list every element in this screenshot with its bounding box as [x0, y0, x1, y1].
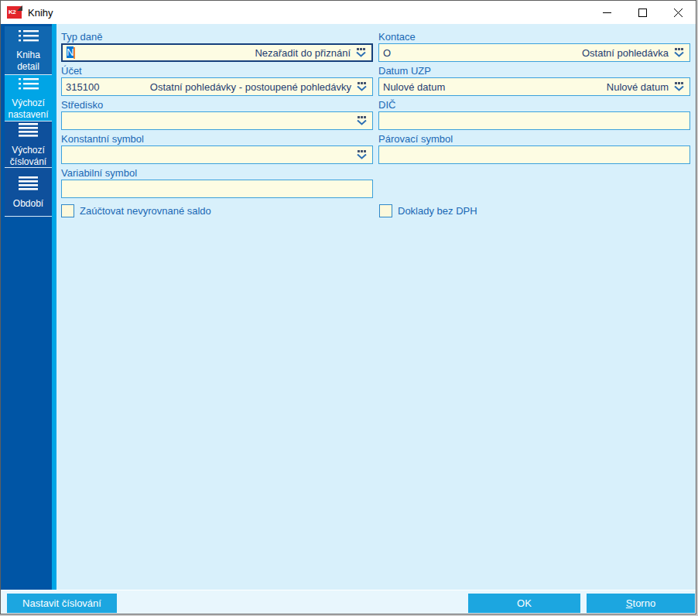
stredisko-field[interactable] [61, 111, 373, 130]
dropdown-icon[interactable] [355, 150, 368, 160]
k2-logo-icon: K2 [7, 6, 22, 19]
dropdown-icon[interactable] [672, 82, 686, 92]
close-button[interactable] [660, 1, 696, 24]
kontace-descriptor: Ostatní pohledávka [582, 47, 669, 59]
knihy-window: K2 Knihy [0, 0, 696, 614]
dic-field[interactable] [378, 111, 690, 130]
zauctovat-saldo-checkbox[interactable] [61, 204, 74, 217]
minimize-icon [603, 9, 611, 17]
nastavit-cislovani-button[interactable]: Nastavit číslování [7, 594, 117, 613]
datum-uzp-descriptor: Nulové datum [607, 81, 669, 93]
sidebar-item-vychozi-cislovani[interactable]: Výchozí číslování [5, 121, 52, 168]
dropdown-icon[interactable] [355, 116, 368, 126]
datum-uzp-field[interactable]: Nulové datum Nulové datum [378, 77, 690, 96]
typ-dane-descriptor: Nezařadit do přiznání [255, 47, 351, 59]
ucet-field[interactable]: 315100 Ostatní pohledávky - postoupené p… [61, 77, 373, 96]
sidebar-item-kniha-detail[interactable]: Kniha detail [5, 26, 52, 75]
typ-dane-label: Typ daně [61, 31, 103, 43]
ucet-descriptor: Ostatní pohledávky - postoupené pohledáv… [150, 81, 351, 93]
list-detail-icon [18, 29, 39, 45]
variabilni-symbol-field[interactable] [61, 180, 373, 198]
dropdown-icon[interactable] [672, 48, 686, 58]
kontace-label: Kontace [378, 31, 416, 43]
menu-lines-icon [19, 123, 38, 140]
sidebar-item-label: Kniha detail [5, 50, 51, 73]
doklady-bez-dph-checkbox[interactable] [379, 204, 392, 217]
typ-dane-value: N [67, 46, 75, 59]
close-icon [674, 9, 683, 17]
parovaci-symbol-field[interactable] [378, 145, 690, 164]
parovaci-symbol-label: Párovací symbol [378, 133, 453, 145]
dropdown-icon[interactable] [354, 48, 368, 58]
sidebar-item-label: Období [13, 198, 43, 210]
dropdown-icon[interactable] [355, 82, 368, 92]
stredisko-label: Středisko [61, 99, 103, 111]
doklady-bez-dph-label: Doklady bez DPH [398, 205, 477, 217]
datum-uzp-value: Nulové datum [383, 81, 445, 93]
maximize-button[interactable] [624, 1, 660, 24]
storno-button[interactable]: Storno [587, 594, 695, 613]
ucet-value: 315100 [66, 81, 99, 93]
window-title: Knihy [28, 7, 53, 19]
text-caret [74, 47, 75, 59]
dic-label: DIČ [378, 99, 395, 111]
sidebar-item-obdobi[interactable]: Období [5, 168, 52, 217]
kontace-value: O [383, 47, 391, 59]
minimize-button[interactable] [589, 1, 624, 24]
list-detail-icon [18, 77, 39, 93]
konstantni-symbol-label: Konstantní symbol [61, 133, 144, 145]
sidebar-item-label: Výchozí číslování [5, 145, 51, 168]
konstantni-symbol-field[interactable] [61, 145, 373, 164]
zauctovat-saldo-checkline: Zaúčtovat nevyrovnané saldo [61, 204, 211, 217]
footer-bar: Nastavit číslování OK Storno [1, 590, 696, 614]
kontace-field[interactable]: O Ostatní pohledávka [378, 43, 690, 62]
doklady-bez-dph-checkline: Doklady bez DPH [379, 204, 477, 217]
maximize-icon [638, 9, 647, 17]
datum-uzp-label: Datum UZP [378, 65, 431, 77]
typ-dane-field[interactable]: N Nezařadit do přiznání [61, 43, 373, 62]
zauctovat-saldo-label: Zaúčtovat nevyrovnané saldo [80, 205, 211, 217]
sidebar-item-label: Výchozí nastavení [5, 98, 51, 121]
menu-lines-icon [19, 176, 38, 193]
form-content: Typ daně N Nezařadit do přiznání Kontace… [56, 24, 696, 591]
sidebar: Kniha detail Výchozí nastavení [1, 24, 52, 591]
ok-button[interactable]: OK [468, 594, 580, 613]
sidebar-item-vychozi-nastaveni[interactable]: Výchozí nastavení [5, 75, 52, 121]
variabilni-symbol-label: Variabilní symbol [61, 167, 137, 179]
window-controls [589, 1, 696, 24]
k2-logo-text: K2 [7, 9, 15, 15]
dialog-body: Kniha detail Výchozí nastavení [1, 24, 696, 591]
titlebar: K2 Knihy [1, 1, 696, 24]
ucet-label: Účet [61, 65, 82, 77]
